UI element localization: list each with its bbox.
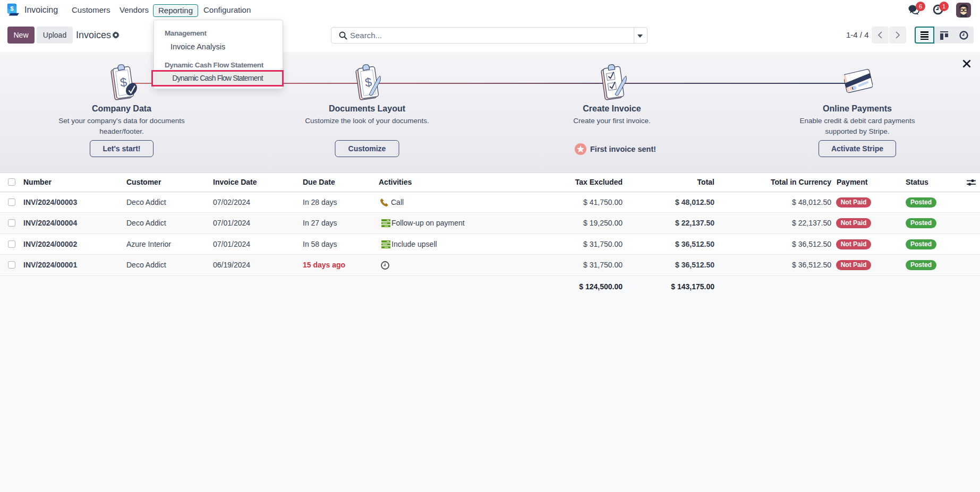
svg-text:$: $ <box>10 5 14 12</box>
